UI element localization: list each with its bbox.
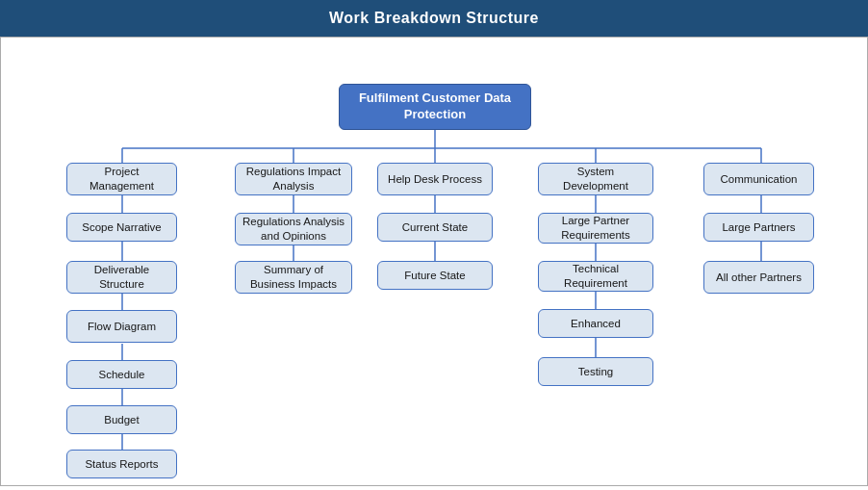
node-reg-analysis: Regulations Analysis and Opinions <box>235 213 352 245</box>
node-root: Fulfilment Customer Data Protection <box>339 84 531 130</box>
node-deliverable: Deliverable Structure <box>66 261 177 294</box>
node-reg-impact: Regulations Impact Analysis <box>235 163 352 195</box>
node-future: Future State <box>377 261 493 290</box>
node-flow: Flow Diagram <box>66 310 177 343</box>
header: Work Breakdown Structure <box>0 0 868 37</box>
diagram-area: Fulfilment Customer Data Protection Proj… <box>0 37 868 486</box>
header-title: Work Breakdown Structure <box>329 10 539 26</box>
node-other-partners: All other Partners <box>703 261 814 294</box>
node-enhanced: Enhanced <box>538 309 653 338</box>
node-summary-biz: Summary of Business Impacts <box>235 261 352 294</box>
node-testing: Testing <box>538 357 653 386</box>
node-helpdesk: Help Desk Process <box>377 163 493 195</box>
node-large-partners: Large Partners <box>703 213 814 242</box>
node-scope: Scope Narrative <box>66 213 177 242</box>
node-schedule: Schedule <box>66 360 177 389</box>
node-budget: Budget <box>66 405 177 434</box>
node-pm: Project Management <box>66 163 177 195</box>
node-large-partner-req: Large Partner Requirements <box>538 213 653 244</box>
node-status: Status Reports <box>66 450 177 478</box>
node-communication: Communication <box>703 163 814 195</box>
node-tech-req: Technical Requirement <box>538 261 653 292</box>
node-sys-dev: System Development <box>538 163 653 195</box>
node-current: Current State <box>377 213 493 242</box>
